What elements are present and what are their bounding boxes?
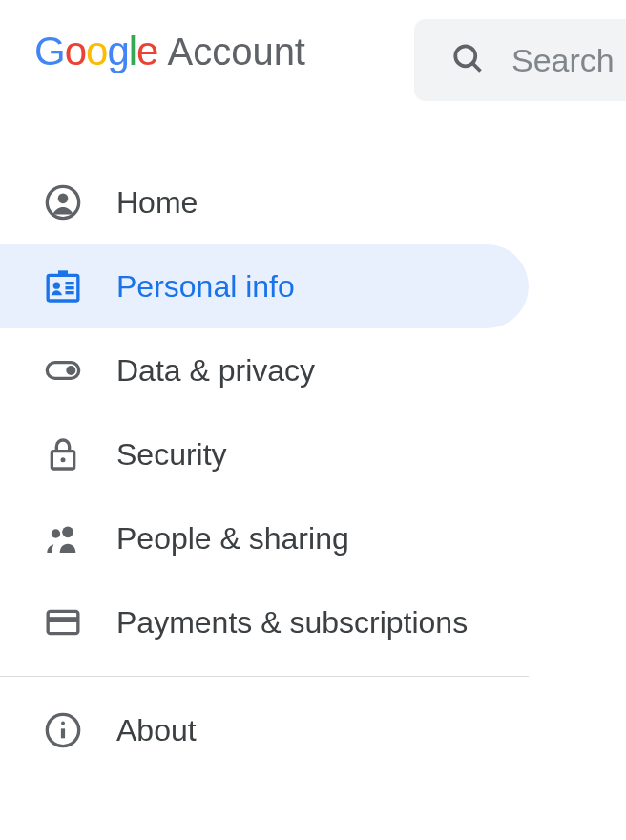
nav-item-personal-info[interactable]: Personal info xyxy=(0,244,529,328)
nav-label: Personal info xyxy=(116,269,295,304)
nav-item-security[interactable]: Security xyxy=(0,412,529,496)
google-account-logo[interactable]: Google Account xyxy=(34,29,305,74)
nav-item-data-privacy[interactable]: Data & privacy xyxy=(0,328,529,412)
lock-icon xyxy=(44,435,82,473)
nav-label: Data & privacy xyxy=(116,353,315,388)
search-icon xyxy=(450,41,485,79)
nav-item-about[interactable]: About xyxy=(0,688,529,772)
nav-item-home[interactable]: Home xyxy=(0,160,529,244)
svg-point-0 xyxy=(455,46,475,66)
svg-point-6 xyxy=(53,283,60,289)
svg-rect-17 xyxy=(48,617,78,622)
svg-point-19 xyxy=(61,722,65,725)
badge-icon xyxy=(44,267,82,305)
nav-label: Payments & subscriptions xyxy=(116,605,468,640)
nav-label: Security xyxy=(116,437,227,472)
nav-label: Home xyxy=(116,185,198,220)
search-box[interactable]: Search xyxy=(414,19,626,101)
svg-point-13 xyxy=(61,457,66,462)
svg-point-14 xyxy=(62,527,73,538)
svg-point-3 xyxy=(58,194,69,204)
people-icon xyxy=(44,519,82,557)
search-placeholder: Search xyxy=(511,42,615,79)
toggle-icon xyxy=(44,351,82,389)
svg-point-15 xyxy=(52,529,60,537)
nav-divider xyxy=(0,676,529,677)
nav-label: People & sharing xyxy=(116,521,349,556)
card-icon xyxy=(44,603,82,641)
google-logo: Google xyxy=(34,29,157,74)
svg-point-11 xyxy=(66,366,75,375)
nav-item-people-sharing[interactable]: People & sharing xyxy=(0,496,529,580)
nav-label: About xyxy=(116,713,197,748)
svg-line-1 xyxy=(472,63,480,71)
account-label: Account xyxy=(167,31,305,74)
info-icon xyxy=(44,711,82,749)
nav-item-payments[interactable]: Payments & subscriptions xyxy=(0,580,529,664)
account-circle-icon xyxy=(44,183,82,221)
svg-rect-5 xyxy=(58,270,68,275)
sidebar-nav: Home Personal info Data & privacy xyxy=(0,160,529,772)
